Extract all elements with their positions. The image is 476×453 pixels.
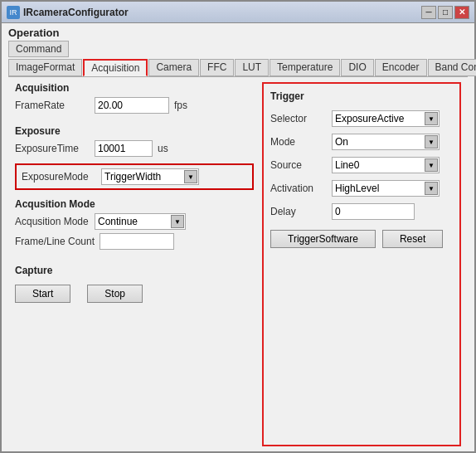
- app-icon: IR: [7, 6, 20, 19]
- acqmode-select[interactable]: Continue SingleFrame MultiFrame: [95, 213, 186, 230]
- tab-lut[interactable]: LUT: [235, 59, 269, 76]
- trigger-delay-row: Delay: [270, 203, 453, 220]
- trigger-selector-label: Selector: [270, 113, 328, 124]
- minimize-button[interactable]: ─: [421, 6, 436, 19]
- trigger-source-label: Source: [270, 159, 328, 171]
- window-title: IRcameraConfigurator: [23, 7, 129, 18]
- trigger-activation-select[interactable]: HighLevel LowLevel RisingEdge FallingEdg…: [332, 180, 440, 197]
- trigger-buttons: TriggerSoftware Reset: [270, 230, 453, 248]
- trigger-selector-wrap: ExposureActive FrameStart LineStart ▼: [332, 110, 440, 127]
- acqmode-section: Acqusition Mode Acqusition Mode Continue…: [15, 198, 254, 253]
- tab-command[interactable]: Command: [8, 41, 69, 57]
- acquisition-section: Acquisition FrameRate fps: [15, 82, 254, 117]
- exposuremode-box: ExposureMode TriggerWidth Timed TriggerC…: [15, 163, 254, 190]
- tabs-row-bottom: ImageFormat Acquisition Camera FFC LUT T…: [2, 57, 474, 76]
- stop-button[interactable]: Stop: [87, 285, 143, 303]
- framerate-label: FrameRate: [15, 100, 90, 111]
- exposuretime-row: ExposureTime us: [15, 140, 254, 157]
- framecount-input[interactable]: [100, 233, 174, 250]
- operation-header: Operation: [2, 23, 474, 39]
- tab-acquisition[interactable]: Acquisition: [83, 59, 148, 76]
- trigger-mode-select[interactable]: On Off: [332, 134, 440, 150]
- trigger-delay-input[interactable]: [332, 203, 415, 220]
- tabs-row-top: Command: [2, 39, 474, 57]
- title-bar: IR IRcameraConfigurator ─ □ ✕: [2, 2, 474, 23]
- trigger-source-wrap: Line0 Line1 Software ▼: [332, 157, 440, 173]
- trigger-selector-row: Selector ExposureActive FrameStart LineS…: [270, 110, 453, 127]
- trigger-panel: Trigger Selector ExposureActive FrameSta…: [262, 82, 461, 446]
- operation-label: Operation: [8, 27, 59, 39]
- close-button[interactable]: ✕: [454, 6, 469, 19]
- title-controls: ─ □ ✕: [421, 6, 469, 19]
- title-bar-left: IR IRcameraConfigurator: [7, 6, 129, 19]
- tab-dio[interactable]: DIO: [341, 59, 373, 76]
- main-content: Acquisition FrameRate fps Exposure Expos…: [8, 76, 468, 451]
- maximize-button[interactable]: □: [438, 6, 453, 19]
- acqmode-field-label: Acqusition Mode: [15, 216, 90, 227]
- tab-ffc[interactable]: FFC: [200, 59, 234, 76]
- trigger-activation-wrap: HighLevel LowLevel RisingEdge FallingEdg…: [332, 180, 440, 197]
- main-window: IR IRcameraConfigurator ─ □ ✕ Operation …: [0, 0, 476, 453]
- tab-imageformat[interactable]: ImageFormat: [8, 59, 82, 76]
- exposuremode-label: ExposureMode: [22, 171, 96, 183]
- trigger-delay-label: Delay: [270, 206, 328, 217]
- capture-label: Capture: [15, 265, 254, 276]
- exposuretime-label: ExposureTime: [15, 143, 90, 154]
- acquisition-label: Acquisition: [15, 82, 254, 94]
- acqmode-label: Acqusition Mode: [15, 198, 254, 210]
- capture-section: Capture Start Stop: [15, 265, 254, 303]
- capture-buttons: Start Stop: [15, 285, 254, 303]
- tab-bandcontrol[interactable]: Band Control: [428, 59, 477, 76]
- framecount-row: Frame/Line Count: [15, 233, 254, 250]
- exposuremode-select-wrap: TriggerWidth Timed TriggerControlled ▼: [101, 168, 199, 185]
- trigger-section-label: Trigger: [270, 90, 453, 102]
- tab-temperature[interactable]: Temperature: [270, 59, 340, 76]
- trigger-mode-label: Mode: [270, 136, 328, 148]
- trigger-reset-button[interactable]: Reset: [382, 230, 443, 248]
- framerate-row: FrameRate fps: [15, 97, 254, 114]
- trigger-activation-row: Activation HighLevel LowLevel RisingEdge…: [270, 180, 453, 197]
- exposuretime-input[interactable]: [95, 140, 153, 157]
- exposuretime-unit: us: [158, 143, 168, 154]
- acqmode-row: Acqusition Mode Continue SingleFrame Mul…: [15, 213, 254, 230]
- trigger-activation-label: Activation: [270, 183, 328, 194]
- acqmode-select-wrap: Continue SingleFrame MultiFrame ▼: [95, 213, 186, 230]
- trigger-mode-row: Mode On Off ▼: [270, 134, 453, 150]
- tab-encoder[interactable]: Encoder: [375, 59, 427, 76]
- tab-camera[interactable]: Camera: [148, 59, 199, 76]
- exposure-label: Exposure: [15, 125, 254, 137]
- framerate-input[interactable]: [95, 97, 169, 114]
- framerate-unit: fps: [174, 100, 187, 111]
- exposure-section: Exposure ExposureTime us ExposureMode Tr…: [15, 125, 254, 190]
- left-panel: Acquisition FrameRate fps Exposure Expos…: [15, 82, 254, 446]
- trigger-selector-select[interactable]: ExposureActive FrameStart LineStart: [332, 110, 440, 127]
- trigger-software-button[interactable]: TriggerSoftware: [270, 230, 376, 248]
- trigger-mode-wrap: On Off ▼: [332, 134, 440, 150]
- trigger-source-select[interactable]: Line0 Line1 Software: [332, 157, 440, 173]
- framecount-label: Frame/Line Count: [15, 236, 95, 247]
- start-button[interactable]: Start: [15, 285, 70, 303]
- trigger-source-row: Source Line0 Line1 Software ▼: [270, 157, 453, 173]
- exposuremode-select[interactable]: TriggerWidth Timed TriggerControlled: [101, 168, 199, 185]
